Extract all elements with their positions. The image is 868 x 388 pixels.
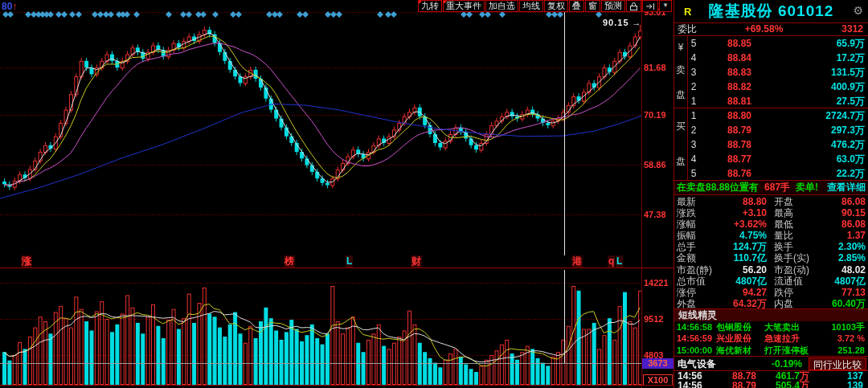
toolbar-button-5[interactable]: 复权 bbox=[544, 0, 568, 12]
caret-down-icon[interactable]: ▼ bbox=[659, 0, 672, 12]
toolbar-button-2[interactable]: 重大事件 bbox=[443, 0, 485, 12]
alert-row[interactable]: 15:00:00海优新材打开涨停板251.28 bbox=[674, 345, 868, 356]
tick-volume: 505.4万 bbox=[756, 381, 809, 388]
alert-event: 大笔卖出 bbox=[764, 321, 827, 333]
stat-value: 77.13 bbox=[818, 287, 868, 298]
alert-stock: 海优新材 bbox=[716, 345, 764, 356]
alert-time: 15:00:00 bbox=[674, 345, 716, 356]
stat-value: 86.08 bbox=[818, 219, 868, 230]
high-price-annotation: 90.15 → bbox=[603, 18, 642, 27]
sell-queue-row[interactable]: 488.8417.2万 bbox=[688, 51, 868, 65]
buy-queue-row[interactable]: 288.79297.3万 bbox=[688, 123, 868, 137]
stat-label: 涨幅 bbox=[674, 219, 719, 230]
stats-row: 市盈(静)56.20市盈(动)48.02 bbox=[674, 264, 868, 276]
stats-row: 涨幅+3.62%最低86.08 bbox=[674, 219, 868, 230]
tick-list[interactable]: 14:5688.78461.7万13714:5688.79505.4万139 bbox=[674, 370, 868, 388]
volume-axis-label: 14221 bbox=[644, 278, 674, 288]
industry-change: -0.19% bbox=[757, 357, 802, 370]
large-sell-order-notice[interactable]: 在卖盘88.88位置有687手卖单!查看详细 bbox=[674, 180, 868, 194]
stock-header: R 隆基股份 601012 ⚙ bbox=[674, 0, 868, 22]
stat-label: 总市值 bbox=[674, 276, 719, 287]
stats-grid: 最新88.80开盘86.08涨跌+3.10最高90.15涨幅+3.62%最低86… bbox=[674, 194, 868, 308]
next-page-arrow-icon[interactable] bbox=[642, 0, 658, 12]
sell-level: 3 bbox=[688, 65, 699, 80]
alert-value: 10103手 bbox=[827, 321, 868, 333]
up-arrow-icon: ↑ bbox=[12, 1, 17, 12]
toolbar-button-8[interactable]: 预测 bbox=[601, 0, 625, 12]
sell-queue-row[interactable]: 588.8565.9万 bbox=[688, 36, 868, 51]
sell-queue-row[interactable]: 188.8127.5万 bbox=[688, 94, 868, 108]
stats-row: 总手124.7万换手2.30% bbox=[674, 241, 868, 252]
quote-panel: R 隆基股份 601012 ⚙ 委比 +69.58% 3312 ¥卖盘 588.… bbox=[674, 0, 868, 388]
notice-segment: 查看详细 bbox=[827, 181, 866, 194]
alert-stock: 包钢股份 bbox=[716, 321, 764, 333]
alert-time: 14:56:58 bbox=[674, 321, 716, 333]
sell-price: 88.85 bbox=[699, 36, 780, 51]
price-axis-label: 58.86 bbox=[644, 160, 674, 169]
buy-queue-row[interactable]: 588.7622.2万 bbox=[688, 166, 868, 181]
kline-chart-canvas[interactable] bbox=[0, 0, 674, 388]
alert-event: 打开涨停板 bbox=[764, 345, 827, 356]
sell-level: 1 bbox=[688, 94, 699, 108]
gear-icon[interactable]: ⚙ bbox=[853, 5, 863, 16]
price-axis-label: 70.19 bbox=[644, 110, 674, 120]
stats-row: 金额110.7亿换手(实)2.85% bbox=[674, 252, 868, 263]
lock-icon[interactable] bbox=[626, 0, 641, 12]
sell-queue-row[interactable]: 288.82400.9万 bbox=[688, 80, 868, 94]
buy-level: 2 bbox=[688, 123, 699, 137]
stock-title[interactable]: 隆基股份 601012 bbox=[674, 0, 868, 22]
weibi-row: 委比 +69.58% 3312 bbox=[674, 22, 868, 35]
sell-side-char: 盘 bbox=[676, 88, 686, 102]
buy-amount: 22.2万 bbox=[780, 166, 868, 181]
stat-value: 2.85% bbox=[818, 252, 868, 263]
sell-queue-row[interactable]: 388.83131.5万 bbox=[688, 65, 868, 80]
ticker-char: L bbox=[346, 255, 353, 268]
stat-value: 4807亿 bbox=[818, 276, 868, 287]
ticker-char: 涨 bbox=[21, 255, 32, 268]
buy-amount: 297.3万 bbox=[780, 123, 868, 137]
buy-price: 88.76 bbox=[699, 166, 780, 181]
stat-label: 市盈(动) bbox=[767, 264, 818, 276]
ticker-char: q bbox=[608, 255, 615, 268]
stats-row: 涨跌+3.10最高90.15 bbox=[674, 207, 868, 219]
alert-value: 251.28 bbox=[827, 345, 868, 356]
buy-price: 88.77 bbox=[699, 152, 780, 166]
stat-value: 48.02 bbox=[818, 264, 868, 276]
chart-toolbar: 九转重大事件加自选均线复权叠窗预测 ▼ bbox=[418, 0, 672, 12]
stat-value: 88.80 bbox=[719, 196, 767, 207]
sell-level: 5 bbox=[688, 36, 699, 51]
stat-label: 总手 bbox=[674, 241, 719, 252]
buy-queue-row[interactable]: 488.7763.0万 bbox=[688, 152, 868, 166]
stat-value: 86.08 bbox=[818, 196, 868, 207]
tick-row[interactable]: 14:5688.78461.7万137 bbox=[674, 371, 868, 381]
sell-amount: 65.9万 bbox=[780, 36, 868, 51]
toolbar-button-3[interactable]: 加自选 bbox=[485, 0, 518, 12]
stat-label: 流通值 bbox=[767, 276, 818, 287]
alert-row[interactable]: 14:56:58包钢股份大笔卖出10103手 bbox=[674, 321, 868, 333]
ticker-char: 港 bbox=[571, 255, 583, 268]
buy-queue-row[interactable]: 388.78476.2万 bbox=[688, 137, 868, 152]
buy-queue-row[interactable]: 188.802724.7万 bbox=[688, 108, 868, 123]
trading-app-window: 80↑ 90.15 → 93.0181.6870.1958.8647.38 14… bbox=[0, 0, 868, 388]
sell-queue: ¥卖盘 588.8565.9万488.8417.2万388.83131.5万28… bbox=[674, 35, 868, 108]
sell-price: 88.82 bbox=[699, 80, 780, 94]
toolbar-button-7[interactable]: 窗 bbox=[585, 0, 600, 12]
stat-label: 金额 bbox=[674, 252, 719, 263]
stat-value: 56.20 bbox=[719, 264, 767, 276]
industry-name[interactable]: 电气设备 bbox=[674, 357, 757, 370]
industry-compare-button[interactable]: 同行业比较 bbox=[809, 357, 866, 370]
stat-label: 开盘 bbox=[767, 196, 818, 207]
alert-row[interactable]: 14:56:59兴业股份急速拉升3.72 % bbox=[674, 333, 868, 344]
r-badge: R bbox=[684, 6, 691, 18]
sell-price: 88.84 bbox=[699, 51, 780, 65]
buy-level: 1 bbox=[688, 108, 699, 123]
sell-level: 4 bbox=[688, 51, 699, 65]
sell-price: 88.81 bbox=[699, 94, 780, 108]
toolbar-button-4[interactable]: 均线 bbox=[519, 0, 543, 12]
buy-amount: 63.0万 bbox=[780, 152, 868, 166]
weibi-label: 委比 bbox=[674, 23, 710, 35]
tick-row[interactable]: 14:5688.79505.4万139 bbox=[674, 381, 868, 388]
price-axis-label: 47.38 bbox=[644, 210, 674, 219]
toolbar-button-6[interactable]: 叠 bbox=[569, 0, 584, 12]
toolbar-button-1[interactable]: 九转 bbox=[418, 0, 442, 12]
